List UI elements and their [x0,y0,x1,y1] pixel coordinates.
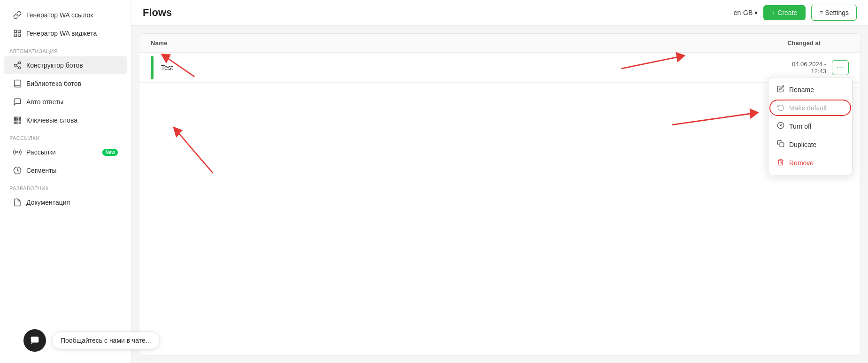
dropdown-duplicate[interactable]: Duplicate [768,135,852,154]
dropdown-rename-label: Rename [789,86,814,93]
dropdown-remove[interactable]: Remove [768,154,852,172]
pencil-icon [777,85,784,94]
svg-rect-3 [18,34,21,37]
svg-rect-11 [19,117,21,118]
chevron-down-icon: ▾ [754,9,758,16]
svg-rect-16 [17,122,18,124]
flow-name: Test [161,64,751,71]
dropdown-make-default: Make default [768,99,852,117]
svg-rect-12 [14,120,15,121]
book-icon [13,79,22,88]
sidebar-scroll: Генератор WA ссылок Генератор WA виджета… [0,6,131,357]
sidebar-item-label: Ключевые слова [26,116,77,124]
section-developer: РАЗРАБОТЧИК [0,180,131,193]
svg-point-6 [18,67,21,69]
chat-button[interactable] [23,329,46,352]
flows-table: Name Changed at Test 04.06.2024 -12:43 ·… [139,33,860,355]
svg-point-5 [14,64,16,67]
chat-bubble-text: Пообщайтесь с нами в чате... [61,337,151,344]
sidebar-item-docs[interactable]: Документация [4,193,127,211]
sidebar-item-label: Сегменты [26,167,57,174]
sidebar-item-bot-library[interactable]: Библиотека ботов [4,75,127,93]
section-automation: АВТОМАТИЗАЦИЯ [0,43,131,56]
chat-bubble: Пообщайтесь с нами в чате... [52,332,160,349]
dots-icon: ··· [836,62,845,72]
svg-rect-14 [19,120,21,121]
grid-icon [13,29,22,38]
rotate-icon [777,103,784,112]
row-dropdown-menu: Rename Make default [768,77,853,175]
sidebar-item-bot-builder[interactable]: Конструктор ботов [4,56,127,74]
chat-widget: Пообщайтесь с нами в чате... [23,329,160,352]
sidebar-item-segments[interactable]: Сегменты [4,162,127,179]
svg-point-4 [18,62,21,64]
header: Flows en-GB ▾ + Create ≡ Settings [131,0,868,26]
sidebar-item-mailings[interactable]: Рассылки New [4,143,127,161]
sidebar-item-label: Библиотека ботов [26,80,81,87]
sidebar-item-wa-links[interactable]: Генератор WA ссылок [4,6,127,24]
file-icon [13,198,22,207]
share-icon [13,61,22,70]
grid-small-icon [13,116,22,124]
section-mailings: РАССЫЛКИ [0,130,131,143]
svg-rect-15 [14,122,15,124]
dropdown-rename[interactable]: Rename [768,80,852,99]
svg-line-25 [176,130,213,173]
sidebar-item-label: Документация [26,199,70,206]
radio-icon [13,148,22,156]
svg-rect-9 [14,117,15,118]
svg-rect-0 [14,30,16,32]
dropdown-remove-label: Remove [789,159,814,167]
sidebar-item-wa-widget[interactable]: Генератор WA виджета [4,24,127,42]
new-badge: New [102,149,118,156]
copy-icon [777,140,784,149]
sidebar: Генератор WA ссылок Генератор WA виджета… [0,0,131,363]
col-changed-header: Changed at [717,39,821,46]
svg-rect-23 [780,143,784,147]
svg-line-27 [672,113,754,125]
col-name-header: Name [151,39,717,46]
dropdown-turn-off-label: Turn off [789,123,811,130]
create-button[interactable]: + Create [763,5,806,20]
sidebar-item-label: Генератор WA ссылок [26,11,93,19]
lang-label: en-GB [734,9,753,16]
lang-selector[interactable]: en-GB ▾ [734,9,758,16]
header-actions: en-GB ▾ + Create ≡ Settings [734,5,857,21]
sidebar-item-label: Генератор WA виджета [26,30,97,37]
table-header-row: Name Changed at [139,34,860,53]
dropdown-turn-off[interactable]: Turn off [768,117,852,135]
message-square-icon [13,98,22,106]
svg-rect-13 [17,120,18,121]
svg-point-18 [17,152,18,153]
svg-line-7 [16,66,18,67]
table-row[interactable]: Test 04.06.2024 -12:43 ··· Rename [139,53,860,83]
svg-rect-17 [19,122,21,124]
svg-rect-28 [31,337,39,343]
dropdown-duplicate-label: Duplicate [789,141,816,148]
sidebar-item-label: Рассылки [26,148,56,156]
main-content: Flows en-GB ▾ + Create ≡ Settings Name C… [131,0,868,363]
flow-changed-at: 04.06.2024 -12:43 [751,61,826,75]
sidebar-item-auto-replies[interactable]: Авто ответы [4,93,127,111]
svg-line-8 [16,63,18,65]
sidebar-item-label: Авто ответы [26,98,63,106]
row-menu-button[interactable]: ··· [832,60,849,75]
x-circle-icon [777,122,784,131]
sidebar-item-keywords[interactable]: Ключевые слова [4,111,127,129]
svg-rect-1 [18,30,21,32]
svg-rect-10 [17,117,18,118]
settings-button[interactable]: ≡ Settings [811,5,857,21]
svg-marker-29 [31,343,34,345]
trash-icon [777,158,784,167]
link-icon [13,11,22,19]
svg-rect-2 [14,34,16,37]
row-actions: ··· [832,60,849,75]
clock-icon [13,166,22,175]
page-title: Flows [143,7,172,19]
dropdown-make-default-label: Make default [789,104,827,112]
sidebar-item-label: Конструктор ботов [26,62,83,69]
row-active-indicator [151,56,154,79]
